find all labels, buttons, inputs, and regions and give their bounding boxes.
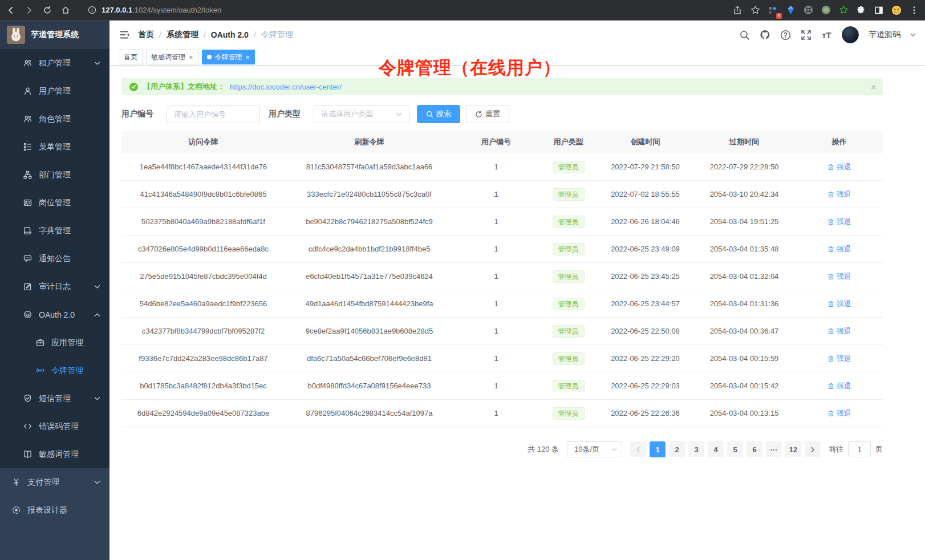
jump-page-input[interactable]: [848, 441, 871, 457]
sidebar-item[interactable]: 应用管理: [0, 328, 109, 356]
user-avatar[interactable]: [842, 26, 859, 43]
close-icon[interactable]: ×: [246, 54, 250, 61]
browser-menu-icon[interactable]: [909, 5, 919, 15]
force-logout-button[interactable]: 强退: [827, 299, 851, 309]
sidebar-toggle-icon[interactable]: [874, 5, 884, 15]
page-button[interactable]: 6: [747, 441, 762, 457]
home-icon[interactable]: [60, 5, 71, 15]
sidebar-item[interactable]: 报表设计器: [0, 496, 109, 524]
pay-icon: [11, 478, 21, 487]
sidebar-item[interactable]: 错误码管理: [0, 412, 109, 440]
user-id-input[interactable]: [167, 105, 260, 123]
sidebar-item[interactable]: 审计日志: [0, 273, 109, 301]
breadcrumb-item[interactable]: 首页: [138, 30, 154, 40]
extension-puzzle-icon[interactable]: [856, 5, 866, 15]
create-time-cell: 2022-07-02 18:55:55: [598, 190, 693, 198]
extension-record-icon[interactable]: [821, 5, 831, 15]
search-button[interactable]: 搜索: [417, 105, 460, 123]
fullscreen-icon[interactable]: [801, 30, 812, 40]
breadcrumb-item[interactable]: 系统管理: [167, 30, 198, 40]
extension-star-icon[interactable]: [838, 5, 849, 15]
sidebar-item[interactable]: 支付管理: [0, 468, 109, 496]
force-logout-button[interactable]: 强退: [827, 354, 851, 364]
sidebar-item[interactable]: 用户管理: [0, 77, 109, 105]
pager-ellipsis[interactable]: ···: [766, 441, 782, 457]
trash-icon: [827, 273, 834, 280]
force-logout-button[interactable]: 强退: [827, 162, 851, 172]
sidebar-item[interactable]: 敏感词管理: [0, 440, 109, 468]
user-id-cell: 1: [453, 163, 539, 171]
sidebar-item[interactable]: 短信管理: [0, 384, 109, 412]
site-info-icon[interactable]: [87, 5, 97, 15]
back-icon[interactable]: [6, 5, 16, 15]
create-time-cell: 2022-07-29 21:58:50: [598, 163, 693, 171]
view-tab-label: 敏感词管理: [151, 52, 185, 62]
alert-close-icon[interactable]: ×: [871, 82, 876, 92]
sidebar-item[interactable]: 菜单管理: [0, 133, 109, 161]
help-icon[interactable]: [780, 30, 791, 40]
sidebar-item[interactable]: 令牌管理: [0, 356, 109, 384]
github-icon[interactable]: [760, 30, 770, 40]
close-icon[interactable]: ×: [189, 54, 193, 61]
app-logo-bar[interactable]: 芋道管理系统: [0, 21, 109, 49]
sidebar-item[interactable]: 字典管理: [0, 217, 109, 245]
prev-page-button[interactable]: [630, 441, 646, 457]
page-button[interactable]: 5: [727, 441, 743, 457]
profile-avatar-icon[interactable]: [891, 5, 902, 15]
reset-button[interactable]: 重置: [466, 105, 509, 123]
url-path: :1024/system/oauth2/token: [132, 6, 221, 14]
sidebar-item[interactable]: 岗位管理: [0, 189, 109, 217]
user-id-cell: 1: [453, 382, 539, 390]
share-icon[interactable]: [732, 5, 743, 15]
view-tab-label: 首页: [124, 52, 137, 62]
view-tab[interactable]: 首页: [119, 50, 143, 64]
force-logout-button[interactable]: 强退: [827, 408, 851, 419]
extension-blocks-icon[interactable]: 9: [768, 5, 778, 15]
user-name[interactable]: 芋道源码: [869, 30, 900, 40]
user-type-badge: 管理员: [553, 216, 585, 228]
force-logout-button[interactable]: 强退: [827, 326, 851, 336]
sidebar-item[interactable]: 角色管理: [0, 105, 109, 133]
address-bar[interactable]: 127.0.0.1:1024/system/oauth2/token: [79, 5, 724, 15]
force-logout-label: 强退: [837, 217, 851, 227]
app-icon: [35, 338, 44, 347]
force-logout-button[interactable]: 强退: [827, 217, 851, 227]
sidebar-item[interactable]: OAuth 2.0: [0, 301, 109, 328]
page-button[interactable]: 12: [785, 441, 801, 457]
force-logout-button[interactable]: 强退: [827, 244, 851, 254]
view-tab[interactable]: 敏感词管理×: [146, 50, 198, 64]
reload-icon[interactable]: [42, 5, 52, 15]
page-button[interactable]: 4: [708, 441, 724, 457]
sidebar-item[interactable]: 租户管理: [0, 49, 109, 77]
bookmark-star-icon[interactable]: [750, 5, 760, 15]
extension-diamond-icon[interactable]: [785, 5, 796, 15]
page-size-select[interactable]: 10条/页: [567, 441, 622, 457]
page-size-value: 10条/页: [574, 444, 599, 455]
force-logout-button[interactable]: 强退: [827, 271, 851, 282]
page-button[interactable]: 2: [669, 441, 685, 457]
refresh-icon: [475, 111, 482, 118]
page-button[interactable]: 3: [688, 441, 704, 457]
font-size-icon[interactable]: ᴛT: [821, 30, 832, 40]
forward-icon[interactable]: [24, 5, 34, 15]
doc-link[interactable]: https://doc.iocoder.cn/user-center/: [230, 83, 342, 91]
caret-down-icon[interactable]: [910, 33, 916, 37]
tenant-icon: [23, 59, 32, 68]
extension-command-icon[interactable]: [803, 5, 813, 15]
sidebar-item[interactable]: 部门管理: [0, 161, 109, 189]
force-logout-label: 强退: [837, 354, 851, 364]
force-logout-button[interactable]: 强退: [827, 381, 851, 391]
url-host: 127.0.0.1: [102, 6, 132, 14]
sidebar-item[interactable]: 通知公告: [0, 245, 109, 273]
next-page-button[interactable]: [805, 441, 821, 457]
force-logout-button[interactable]: 强退: [827, 189, 851, 200]
search-icon[interactable]: [739, 30, 750, 40]
page-button[interactable]: 1: [650, 441, 666, 457]
user-type-select[interactable]: 请选择用户类型: [314, 105, 409, 123]
breadcrumb-separator: /: [204, 30, 206, 39]
view-tab[interactable]: 令牌管理×: [202, 50, 255, 64]
column-header: 过期时间: [693, 137, 796, 147]
breadcrumb-item[interactable]: OAuth 2.0: [211, 30, 249, 39]
hamburger-icon[interactable]: [119, 29, 130, 40]
jump-label: 前往: [829, 444, 843, 455]
